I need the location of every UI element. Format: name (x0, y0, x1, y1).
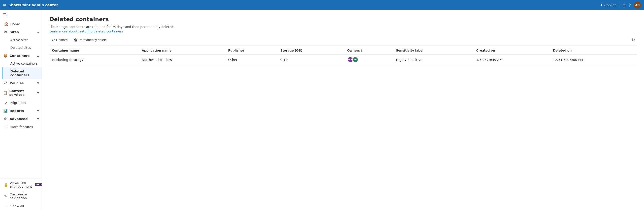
cell-created-on: 1/5/24, 9:49 AM (474, 55, 551, 65)
containers-icon: 📦 (3, 54, 8, 58)
active-sites-label: Active sites (10, 38, 28, 42)
sidebar-item-show-all[interactable]: ··· Show all (0, 202, 42, 210)
content-services-chevron-icon: ▼ (37, 92, 39, 94)
topbar: ⊞ SharePoint admin center ✦ Copilot ⚙ ? … (0, 0, 644, 10)
reports-chevron-icon: ▼ (37, 109, 39, 112)
topbar-divider (619, 3, 619, 7)
sidebar-more-features-label: More features (10, 125, 33, 129)
sidebar-advanced-header[interactable]: ⚙ Advanced ▼ (0, 115, 42, 123)
show-all-label: Show all (10, 204, 24, 208)
copilot-label: Copilot (604, 3, 616, 7)
copilot-button[interactable]: ✦ Copilot (600, 3, 616, 7)
cell-publisher: Other (226, 55, 278, 65)
app-title: SharePoint admin center (9, 3, 597, 7)
col-sensitivity-label: Sensitivity label (394, 47, 474, 55)
sidebar-item-migration[interactable]: ↗ Migration (0, 99, 42, 107)
main-content: Deleted containers File storage containe… (42, 10, 644, 210)
sidebar-item-active-containers[interactable]: Active containers (3, 60, 42, 67)
copilot-icon: ✦ (600, 3, 603, 7)
cell-deleted-on: 12/31/69, 4:00 PM (551, 55, 637, 65)
deleted-sites-label: Deleted sites (10, 46, 31, 50)
sites-icon: 🗂 (3, 30, 8, 34)
sidebar-policies-header[interactable]: 🛡 Policies ▼ (0, 79, 42, 87)
restore-label: Restore (56, 38, 68, 42)
policies-icon: 🛡 (3, 81, 8, 85)
deleted-containers-label: Deleted containers (10, 69, 39, 77)
sidebar-item-home[interactable]: 🏠 Home (0, 20, 42, 28)
user-avatar[interactable]: AD (634, 2, 641, 9)
sidebar-reports-label: Reports (10, 109, 24, 113)
cell-container-name: Marketing Strategy (49, 55, 139, 65)
sidebar-policies-label: Policies (10, 81, 24, 85)
grid-icon[interactable]: ⊞ (3, 3, 6, 7)
col-storage: Storage (GB) (278, 47, 344, 55)
reports-icon: 📊 (3, 109, 8, 113)
sidebar-item-active-sites[interactable]: Active sites (3, 36, 42, 44)
cell-owners: MSZR (345, 55, 394, 65)
refresh-button[interactable]: ↻ (630, 36, 637, 44)
page-title: Deleted containers (49, 16, 637, 22)
show-all-icon: ··· (4, 204, 8, 208)
advanced-management-icon: 🔒 (4, 183, 8, 187)
sidebar-advanced-label: Advanced (10, 117, 28, 121)
sidebar-containers-sub: Active containers Deleted containers (0, 60, 42, 79)
active-containers-label: Active containers (10, 62, 38, 65)
cell-storage: 0.10 (278, 55, 344, 65)
policies-chevron-icon: ▼ (37, 82, 39, 85)
col-owners: Owners ℹ (345, 47, 394, 55)
sidebar-sites-sub: Active sites Deleted sites (0, 36, 42, 52)
advanced-management-label: Advanced management (10, 181, 32, 188)
more-features-icon: ··· (4, 125, 8, 129)
cell-application-name: Northwind Traders (139, 55, 226, 65)
table-row[interactable]: Marketing StrategyNorthwind TradersOther… (49, 55, 637, 65)
sidebar-content-services-label: Content services (9, 89, 35, 97)
sites-chevron-icon: ▲ (37, 31, 39, 33)
containers-table: Container name Application name Publishe… (49, 47, 637, 65)
sidebar-containers-label: Containers (10, 54, 29, 58)
advanced-chevron-icon: ▼ (37, 117, 39, 120)
owners-info-icon: ℹ (361, 49, 362, 52)
layout: ☰ 🏠 Home 🗂 Sites ▲ Active sites Deleted … (0, 10, 644, 210)
sidebar-reports-header[interactable]: 📊 Reports ▼ (0, 107, 42, 115)
restore-icon: ↩ (52, 38, 55, 42)
customize-nav-label: Customize navigation (10, 192, 39, 200)
sidebar-item-advanced-management[interactable]: 🔒 Advanced management PRO (0, 179, 42, 190)
permanently-delete-button[interactable]: 🗑 Permanently delete (71, 37, 109, 43)
sidebar-migration-label: Migration (10, 101, 26, 105)
col-container-name: Container name (49, 47, 139, 55)
owner-avatar: ZR (352, 57, 358, 63)
sidebar-bottom: 🔒 Advanced management PRO ✎ Customize na… (0, 179, 42, 210)
hamburger-button[interactable]: ☰ (0, 10, 42, 20)
sidebar-containers-header[interactable]: 📦 Containers ▲ (0, 52, 42, 60)
col-created-on: Created on (474, 47, 551, 55)
advanced-icon: ⚙ (3, 117, 8, 121)
pro-badge: PRO (35, 183, 42, 186)
content-services-icon: 📋 (3, 91, 7, 95)
settings-icon[interactable]: ⚙ (622, 3, 626, 8)
learn-more-link[interactable]: Learn more about restoring deleted conta… (49, 29, 123, 33)
sidebar-item-more-features[interactable]: ··· More features (0, 123, 42, 131)
customize-nav-icon: ✎ (4, 194, 8, 198)
sidebar-sites-label: Sites (10, 30, 19, 34)
restore-button[interactable]: ↩ Restore (49, 37, 70, 43)
topbar-right: ✦ Copilot ⚙ ? AD (600, 2, 641, 9)
col-application-name: Application name (139, 47, 226, 55)
toolbar: ↩ Restore 🗑 Permanently delete ↻ (49, 33, 637, 46)
info-text: File storage containers are retained for… (49, 25, 637, 29)
sidebar-home-label: Home (10, 22, 20, 26)
home-icon: 🏠 (4, 22, 8, 26)
sidebar-content-services-header[interactable]: 📋 Content services ▼ (0, 87, 42, 99)
sidebar-sites-header[interactable]: 🗂 Sites ▲ (0, 28, 42, 36)
sidebar-item-deleted-containers[interactable]: Deleted containers (3, 67, 42, 79)
sidebar-item-deleted-sites[interactable]: Deleted sites (3, 44, 42, 52)
sidebar: ☰ 🏠 Home 🗂 Sites ▲ Active sites Deleted … (0, 10, 42, 210)
col-publisher: Publisher (226, 47, 278, 55)
delete-icon: 🗑 (74, 38, 77, 42)
col-deleted-on: Deleted on (551, 47, 637, 55)
help-icon[interactable]: ? (629, 3, 631, 8)
table-header-row: Container name Application name Publishe… (49, 47, 637, 55)
sidebar-item-customize-nav[interactable]: ✎ Customize navigation (0, 190, 42, 202)
migration-icon: ↗ (4, 101, 8, 105)
containers-chevron-icon: ▲ (37, 54, 39, 57)
cell-sensitivity-label: Highly Sensitive (394, 55, 474, 65)
